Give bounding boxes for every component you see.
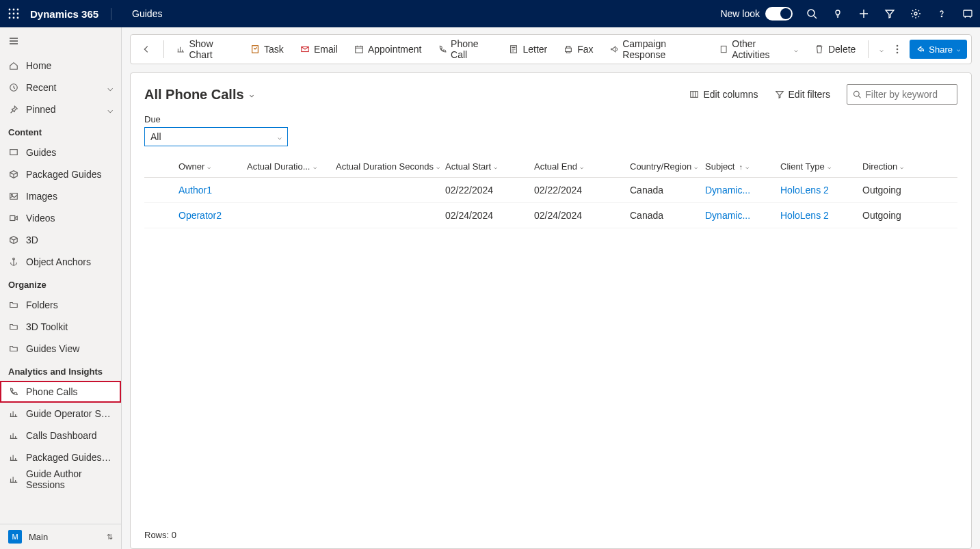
- col-actual-end[interactable]: Actual End⌵: [534, 161, 630, 172]
- due-select[interactable]: All ⌵: [144, 127, 288, 146]
- video-icon: [8, 213, 19, 224]
- chevron-down-icon: ⌵: [879, 46, 884, 53]
- sidebar-item-home[interactable]: Home: [0, 55, 121, 77]
- sort-asc-icon: ↑: [739, 163, 743, 171]
- col-direction[interactable]: Direction⌵: [862, 161, 917, 172]
- cell-owner[interactable]: Operator2: [178, 210, 247, 221]
- hamburger-icon[interactable]: [8, 36, 19, 46]
- phone-icon: [8, 386, 19, 397]
- global-header: Dynamics 365 Guides New look: [0, 0, 980, 27]
- chevron-down-icon: ⌵: [107, 104, 113, 115]
- svg-point-3: [9, 13, 11, 15]
- chart-icon: [8, 408, 19, 419]
- cell-subject[interactable]: Dynamic...: [705, 210, 780, 221]
- sidebar-item-pinned[interactable]: Pinned ⌵: [0, 98, 121, 120]
- package-icon: [8, 169, 19, 180]
- appointment-button[interactable]: Appointment: [347, 38, 429, 60]
- cell-subject[interactable]: Dynamic...: [705, 185, 780, 196]
- view-selector[interactable]: All Phone Calls ⌵: [144, 87, 254, 103]
- campaign-response-button[interactable]: Campaign Response: [603, 38, 710, 60]
- svg-point-2: [17, 9, 19, 11]
- sidebar-item-packaged-guides[interactable]: Packaged Guides: [0, 163, 121, 185]
- show-chart-button[interactable]: Show Chart: [170, 38, 241, 60]
- col-actual-duration[interactable]: Actual Duratio...⌵: [247, 161, 336, 172]
- col-actual-duration-seconds[interactable]: Actual Duration Seconds⌵: [336, 161, 445, 172]
- nav-label: 3D: [26, 235, 38, 245]
- app-name[interactable]: Guides: [120, 8, 162, 19]
- chart-icon: [8, 430, 19, 441]
- nav-label: Packaged Guides: [26, 169, 102, 180]
- sidebar-item-images[interactable]: Images: [0, 185, 121, 207]
- brand-title[interactable]: Dynamics 365: [30, 8, 111, 20]
- sidebar-item-object-anchors[interactable]: Object Anchors: [0, 251, 121, 273]
- more-commands-button[interactable]: [893, 38, 901, 60]
- sidebar-item-videos[interactable]: Videos: [0, 207, 121, 229]
- col-client-type[interactable]: Client Type⌵: [780, 161, 862, 172]
- col-owner[interactable]: Owner⌵: [178, 161, 247, 172]
- new-look-label: New look: [720, 8, 760, 19]
- guide-icon: [8, 147, 19, 158]
- folder-icon: [8, 343, 19, 354]
- filter-input[interactable]: [865, 89, 951, 100]
- svg-point-34: [897, 49, 899, 51]
- lightbulb-icon[interactable]: [831, 7, 845, 21]
- sidebar-item-calls-dashboard[interactable]: Calls Dashboard: [0, 425, 121, 446]
- table-row[interactable]: Author1 02/22/2024 02/22/2024 Canada Dyn…: [144, 178, 957, 203]
- col-country[interactable]: Country/Region⌵: [630, 161, 705, 172]
- cell-actual-duration: [247, 185, 336, 196]
- cell-actual-end: 02/24/2024: [534, 210, 630, 221]
- cell-owner[interactable]: Author1: [178, 185, 247, 196]
- filter-icon[interactable]: [883, 7, 897, 21]
- search-icon[interactable]: [805, 7, 819, 21]
- cell-actual-duration-sec: [336, 210, 445, 221]
- back-button[interactable]: [135, 38, 158, 60]
- nav-label: Images: [26, 191, 57, 202]
- sidebar-item-3d-toolkit[interactable]: 3D Toolkit: [0, 316, 121, 338]
- sidebar-item-packaged-guides-op[interactable]: Packaged Guides Op...: [0, 446, 121, 468]
- filter-input-wrapper[interactable]: [847, 84, 957, 105]
- sidebar-item-folders[interactable]: Folders: [0, 294, 121, 316]
- table-row[interactable]: Operator2 02/24/2024 02/24/2024 Canada D…: [144, 203, 957, 228]
- nav-label: 3D Toolkit: [26, 321, 68, 332]
- sidebar-item-guides[interactable]: Guides: [0, 142, 121, 163]
- edit-filters-button[interactable]: Edit filters: [775, 89, 830, 100]
- svg-point-26: [13, 258, 15, 260]
- other-activities-button[interactable]: Other Activities⌵: [713, 38, 805, 60]
- phone-call-button[interactable]: Phone Call: [432, 38, 500, 60]
- letter-button[interactable]: Letter: [502, 38, 554, 60]
- new-look-toggle[interactable]: New look: [720, 7, 793, 21]
- app-launcher-icon[interactable]: [5, 5, 22, 22]
- pin-icon: [8, 104, 19, 115]
- settings-icon[interactable]: [909, 7, 923, 21]
- add-icon[interactable]: [857, 7, 871, 21]
- email-button[interactable]: Email: [293, 38, 345, 60]
- share-button[interactable]: Share⌵: [910, 40, 967, 59]
- chevron-down-icon: ⌵: [794, 46, 798, 53]
- col-subject[interactable]: Subject↑⌵: [705, 161, 780, 172]
- delete-button[interactable]: Delete: [808, 38, 862, 60]
- assistant-icon[interactable]: [961, 7, 975, 21]
- svg-point-15: [914, 12, 917, 15]
- sidebar-item-guide-author[interactable]: Guide Author Sessions: [0, 468, 121, 490]
- sidebar-item-phone-calls[interactable]: Phone Calls: [0, 381, 121, 403]
- sidebar-item-guide-operator[interactable]: Guide Operator Sessi...: [0, 403, 121, 425]
- sidebar-item-recent[interactable]: Recent ⌵: [0, 77, 121, 98]
- command-bar: Show Chart Task Email Appointment Phone …: [130, 34, 972, 64]
- svg-rect-32: [721, 46, 726, 52]
- sidebar-item-guides-view[interactable]: Guides View: [0, 338, 121, 360]
- chevron-down-icon: ⌵: [107, 82, 113, 93]
- delete-split-chevron[interactable]: ⌵: [874, 38, 888, 60]
- fax-button[interactable]: Fax: [557, 38, 600, 60]
- sidebar: Home Recent ⌵ Pinned ⌵ Content Guides Pa…: [0, 27, 122, 549]
- area-switcher[interactable]: M Main ⇅: [0, 524, 121, 549]
- edit-columns-button[interactable]: Edit columns: [689, 89, 758, 100]
- toggle-switch[interactable]: [765, 7, 793, 21]
- help-icon[interactable]: [935, 7, 949, 21]
- cell-client[interactable]: HoloLens 2: [780, 185, 862, 196]
- sidebar-item-3d[interactable]: 3D: [0, 229, 121, 251]
- col-actual-start[interactable]: Actual Start⌵: [445, 161, 534, 172]
- cell-client[interactable]: HoloLens 2: [780, 210, 862, 221]
- svg-rect-25: [10, 216, 15, 221]
- nav-label: Guide Operator Sessi...: [26, 408, 113, 419]
- task-button[interactable]: Task: [243, 38, 291, 60]
